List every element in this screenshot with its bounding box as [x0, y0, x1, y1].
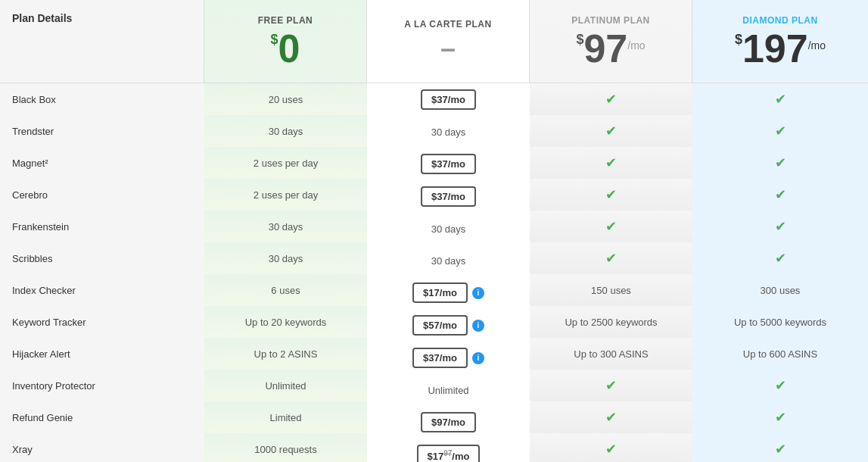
check-icon: ✔: [605, 186, 617, 203]
check-icon: ✔: [605, 218, 617, 235]
plan-details-label: Plan Details: [12, 12, 72, 24]
free-price-symbol: $: [271, 32, 278, 48]
info-icon[interactable]: i: [472, 352, 484, 364]
feature-cell: Scribbles: [0, 242, 204, 274]
alacarte-value-cell: $57/moi: [367, 309, 530, 342]
features-column: Plan Details Black BoxTrendsterMagnet²Ce…: [0, 0, 204, 462]
check-icon: ✔: [775, 441, 786, 457]
diamond-value-cell: Up to 600 ASINS: [692, 338, 868, 370]
free-value-cell: 2 uses per day: [204, 147, 367, 179]
price-badge: $1797/mo: [417, 445, 481, 462]
diamond-plan-header: DIAMOND PLAN $ 197 /mo: [692, 0, 868, 83]
check-icon: ✔: [605, 123, 617, 139]
diamond-value-cell: ✔: [692, 370, 868, 401]
feature-cell: Cerebro: [0, 179, 204, 211]
feature-cell: Trendster: [0, 115, 204, 147]
feature-cell: Refund Genie: [0, 401, 204, 433]
price-badge: $37/mo: [421, 186, 476, 207]
alacarte-value-cell: $1797/mo: [367, 439, 530, 462]
free-plan-price: $ 0: [271, 29, 300, 68]
check-icon: ✔: [775, 377, 786, 394]
feature-cell: Black Box: [0, 83, 204, 115]
platinum-value-cell: ✔: [530, 242, 692, 274]
free-plan-name: FREE PLAN: [258, 15, 313, 26]
platinum-plan-column: PLATINUM PLAN $ 97 /mo ✔✔✔✔✔✔150 usesUp …: [530, 0, 692, 462]
platinum-value-cell: ✔: [530, 147, 692, 179]
diamond-value-cell: ✔: [692, 179, 868, 211]
alacarte-value-cell: $17/moi: [367, 276, 530, 309]
price-badge: $37/mo: [421, 89, 476, 110]
platinum-value-cell: Up to 300 ASINS: [530, 338, 692, 370]
check-icon: ✔: [775, 409, 786, 426]
check-icon: ✔: [605, 409, 617, 426]
platinum-price-symbol: $: [576, 32, 583, 48]
feature-cell: Keyword Tracker: [0, 306, 204, 338]
check-icon: ✔: [775, 186, 786, 203]
alacarte-value-cell: $37/mo: [367, 180, 530, 213]
platinum-price-mo: /mo: [627, 39, 645, 52]
platinum-value-cell: ✔: [530, 179, 692, 211]
diamond-plan-column: DIAMOND PLAN $ 197 /mo ✔✔✔✔✔✔300 usesUp …: [692, 0, 868, 462]
alacarte-value-cell: Unlimited: [367, 374, 530, 406]
free-value-cell: 2 uses per day: [204, 179, 367, 211]
feature-cell: Hijacker Alert: [0, 338, 204, 370]
diamond-plan-price: $ 197 /mo: [735, 29, 826, 68]
feature-cell: Index Checker: [0, 274, 204, 306]
free-value-cell: 20 uses: [204, 83, 367, 115]
platinum-plan-price: $ 97 /mo: [576, 29, 645, 68]
alacarte-plan-column: A LA CARTE PLAN – $37/mo30 days$37/mo$37…: [367, 0, 530, 462]
platinum-value-cell: ✔: [530, 115, 692, 147]
platinum-plan-name: PLATINUM PLAN: [571, 15, 650, 26]
diamond-value-cell: 300 uses: [692, 274, 868, 306]
free-value-cell: Limited: [204, 401, 367, 433]
feature-cell: Frankenstein: [0, 211, 204, 242]
free-plan-column: FREE PLAN $ 0 20 uses30 days2 uses per d…: [204, 0, 367, 462]
price-badge: $97/mo: [421, 412, 476, 432]
platinum-value-cell: ✔: [530, 370, 692, 401]
price-badge: $57/mo: [412, 315, 468, 336]
alacarte-plan-name: A LA CARTE PLAN: [404, 19, 491, 30]
pricing-table: Plan Details Black BoxTrendsterMagnet²Ce…: [0, 0, 868, 462]
platinum-value-cell: 150 uses: [530, 274, 692, 306]
diamond-price-amount: 197: [742, 29, 808, 68]
free-price-amount: 0: [278, 29, 300, 68]
price-badge: $17/mo: [412, 283, 468, 303]
diamond-value-cell: ✔: [692, 242, 868, 274]
diamond-value-cell: ✔: [692, 211, 868, 242]
alacarte-value-cell: $37/mo: [367, 83, 530, 116]
feature-cell: Xray: [0, 433, 204, 462]
feature-cell: Magnet²: [0, 147, 204, 179]
alacarte-value-cell: $37/mo: [367, 148, 530, 180]
platinum-value-cell: ✔: [530, 401, 692, 433]
alacarte-value-cell: $37/moi: [367, 342, 530, 374]
diamond-value-cell: ✔: [692, 401, 868, 433]
alacarte-value-cell: 30 days: [367, 245, 530, 276]
free-plan-header: FREE PLAN $ 0: [204, 0, 366, 83]
features-header: Plan Details: [0, 0, 204, 83]
check-icon: ✔: [605, 441, 617, 457]
alacarte-value-cell: 30 days: [367, 116, 530, 148]
check-icon: ✔: [605, 91, 617, 108]
free-value-cell: 30 days: [204, 242, 367, 274]
diamond-value-cell: ✔: [692, 147, 868, 179]
platinum-value-cell: ✔: [530, 433, 692, 462]
check-icon: ✔: [605, 377, 617, 394]
alacarte-plan-header: A LA CARTE PLAN –: [367, 0, 529, 83]
check-icon: ✔: [775, 218, 786, 235]
check-icon: ✔: [605, 155, 617, 171]
diamond-value-cell: ✔: [692, 433, 868, 462]
diamond-price-mo: /mo: [808, 39, 826, 52]
platinum-value-cell: ✔: [530, 211, 692, 242]
check-icon: ✔: [605, 250, 617, 267]
info-icon[interactable]: i: [472, 320, 484, 332]
diamond-plan-name: DIAMOND PLAN: [742, 15, 817, 26]
free-value-cell: 6 uses: [204, 274, 367, 306]
free-value-cell: Unlimited: [204, 370, 367, 401]
check-icon: ✔: [775, 91, 786, 108]
feature-cell: Inventory Protector: [0, 370, 204, 401]
info-icon[interactable]: i: [472, 287, 484, 299]
alacarte-plan-price: –: [440, 33, 456, 64]
platinum-value-cell: Up to 2500 keywords: [530, 306, 692, 338]
alacarte-value-cell: 30 days: [367, 213, 530, 245]
price-badge: $37/mo: [412, 348, 468, 368]
